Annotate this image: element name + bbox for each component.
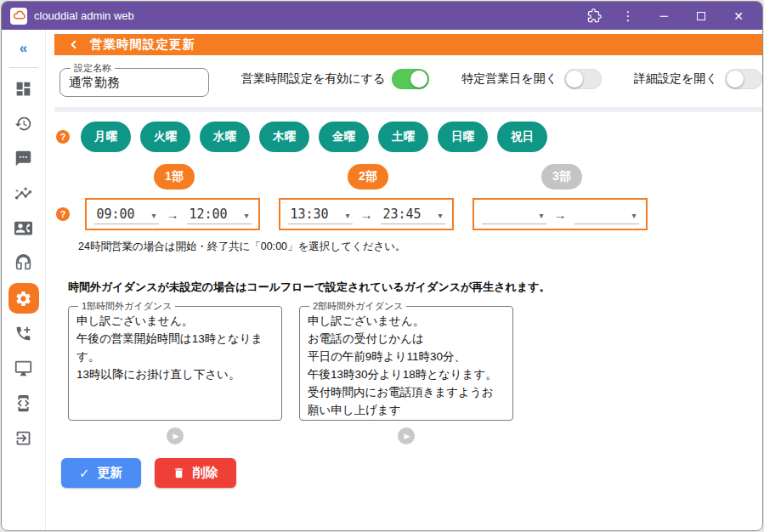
page-title: 営業時間設定更新	[90, 37, 195, 53]
analytics-icon[interactable]	[7, 176, 41, 211]
maximize-button[interactable]	[682, 2, 720, 30]
day-button-friday[interactable]: 金曜	[319, 122, 369, 152]
content-area: 営業時間設定更新 設定名称 営業時間設定を有効にする 特定営業日を開く 詳細設定…	[46, 30, 762, 530]
day-button-thursday[interactable]: 木曜	[259, 122, 309, 152]
section-divider	[54, 107, 762, 112]
part-1-end-select[interactable]: 12:00 ▾	[187, 205, 252, 224]
play-icon[interactable]: ▶	[167, 427, 184, 444]
days-row: ? 月曜 火曜 水曜 木曜 金曜 土曜 日曜 祝日	[54, 122, 762, 152]
monitor-icon[interactable]	[7, 351, 41, 386]
caret-down-icon: ▾	[151, 210, 156, 222]
guidance-2-label: 2部時間外ガイダンス	[309, 300, 406, 313]
guidance-note: 時間外ガイダンスが未設定の場合はコールフローで設定されているガイダンスが再生され…	[68, 280, 762, 295]
toggle-advanced-switch[interactable]	[725, 69, 762, 89]
back-icon[interactable]	[67, 38, 80, 51]
part-3-time-box: ▾ → ▾	[473, 198, 648, 230]
caret-down-icon: ▾	[438, 210, 442, 222]
part-3-start-select[interactable]: ▾	[482, 205, 546, 224]
toggle-enable-label: 営業時間設定を有効にする	[241, 71, 385, 87]
play-icon[interactable]: ▶	[398, 427, 415, 444]
menu-kebab-icon[interactable]: ⋮	[611, 2, 645, 30]
toggle-group-specific-days: 特定営業日を開く	[461, 69, 602, 89]
part-2-end-select[interactable]: 23:45 ▾	[381, 205, 445, 224]
settings-row: 設定名称 営業時間設定を有効にする 特定営業日を開く 詳細設定を開く	[54, 58, 762, 100]
toggle-specific-days-label: 特定営業日を開く	[461, 71, 557, 87]
extensions-icon[interactable]	[577, 2, 611, 30]
app-title: clouddial admin web	[34, 9, 134, 22]
time-note: 24時間営業の場合は開始・終了共に「00:00」を選択してください。	[78, 240, 762, 254]
developer-mode-icon[interactable]	[7, 386, 41, 421]
arrow-right-icon: →	[554, 207, 567, 222]
logout-icon[interactable]	[7, 421, 41, 456]
day-button-wednesday[interactable]: 水曜	[200, 122, 250, 152]
part-2-start-select[interactable]: 13:30 ▾	[288, 205, 353, 224]
help-icon-days[interactable]: ?	[56, 130, 70, 144]
part-2-time-box: 13:30 ▾ → 23:45 ▾	[279, 198, 454, 230]
page-header: 営業時間設定更新	[54, 34, 762, 55]
check-icon: ✓	[79, 466, 90, 481]
headset-icon[interactable]	[7, 246, 41, 280]
part-1-pill: 1部	[154, 164, 195, 190]
history-icon[interactable]	[7, 106, 41, 141]
part-3-end-select[interactable]: ▾	[574, 205, 639, 224]
app-logo-icon	[10, 8, 27, 25]
guidance-1-box[interactable]: 1部時間外ガイダンス 申し訳ございません。 午後の営業開始時間は13時となります…	[68, 300, 282, 421]
day-button-sunday[interactable]: 日曜	[438, 122, 488, 152]
guidance-1-text[interactable]: 申し訳ございません。 午後の営業開始時間は13時となります。 13時以降にお掛け…	[76, 313, 274, 384]
guidance-2-text[interactable]: 申し訳ございません。 お電話の受付じかんは 平日の午前9時より11時30分、 午…	[308, 313, 505, 420]
guidance-2-box[interactable]: 2部時間外ガイダンス 申し訳ございません。 お電話の受付じかんは 平日の午前9時…	[299, 300, 513, 421]
help-icon-times[interactable]: ?	[56, 207, 70, 221]
caret-down-icon: ▾	[631, 210, 636, 222]
delete-button[interactable]: 削除	[155, 458, 236, 488]
trash-icon	[173, 467, 185, 479]
toggle-enable-switch[interactable]	[392, 69, 429, 89]
toggle-group-advanced: 詳細設定を開く	[634, 69, 762, 89]
caret-down-icon: ▾	[345, 210, 349, 222]
dashboard-icon[interactable]	[7, 71, 41, 106]
toggle-group-enable: 営業時間設定を有効にする	[241, 69, 429, 89]
titlebar: clouddial admin web ⋮ ─ ✕	[2, 2, 762, 30]
update-button[interactable]: ✓ 更新	[61, 458, 141, 488]
guidance-1-label: 1部時間外ガイダンス	[78, 300, 175, 313]
setting-name-field[interactable]: 設定名称	[59, 62, 209, 97]
caret-down-icon: ▾	[244, 210, 248, 222]
close-button[interactable]: ✕	[720, 2, 757, 30]
toggle-advanced-label: 詳細設定を開く	[634, 71, 718, 87]
part-1-start-select[interactable]: 09:00 ▾	[94, 205, 159, 224]
sidebar-collapse-icon[interactable]: «	[20, 40, 27, 60]
contact-phone-icon[interactable]	[7, 211, 41, 246]
parts-label-row: 1部 2部 3部	[87, 164, 762, 190]
time-row: ? 09:00 ▾ → 12:00 ▾	[54, 198, 762, 230]
sidebar-divider	[9, 67, 38, 68]
sidebar: «	[2, 30, 46, 530]
settings-icon[interactable]	[8, 283, 39, 314]
chat-icon[interactable]	[7, 141, 41, 176]
day-button-holiday[interactable]: 祝日	[497, 122, 547, 152]
setting-name-input[interactable]	[69, 76, 196, 90]
toggle-specific-days-switch[interactable]	[564, 69, 602, 89]
arrow-right-icon: →	[167, 207, 179, 222]
minimize-button[interactable]: ─	[645, 2, 682, 30]
day-button-tuesday[interactable]: 火曜	[140, 122, 190, 152]
action-row: ✓ 更新 削除	[61, 458, 762, 488]
caret-down-icon: ▾	[539, 210, 543, 222]
day-button-saturday[interactable]: 土曜	[378, 122, 428, 152]
app-window: clouddial admin web ⋮ ─ ✕ «	[1, 1, 763, 531]
guidance-row: 1部時間外ガイダンス 申し訳ございません。 午後の営業開始時間は13時となります…	[68, 300, 762, 444]
day-button-monday[interactable]: 月曜	[81, 122, 131, 152]
add-call-icon[interactable]	[7, 316, 41, 351]
part-2-pill: 2部	[348, 164, 388, 190]
setting-name-label: 設定名称	[71, 62, 115, 75]
part-3-pill: 3部	[541, 164, 582, 190]
part-1-time-box: 09:00 ▾ → 12:00 ▾	[85, 198, 260, 230]
arrow-right-icon: →	[360, 207, 373, 222]
